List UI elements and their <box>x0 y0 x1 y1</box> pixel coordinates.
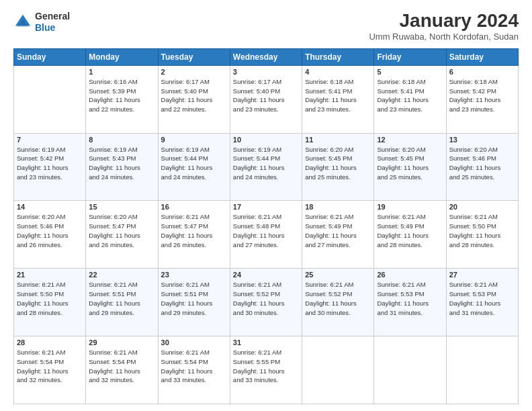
weekday-header: Wednesday <box>230 48 302 65</box>
day-info: Sunrise: 6:21 AMSunset: 5:50 PMDaylight:… <box>17 280 83 317</box>
calendar-cell: 9Sunrise: 6:19 AMSunset: 5:44 PMDaylight… <box>158 133 230 201</box>
day-info: Sunrise: 6:21 AMSunset: 5:53 PMDaylight:… <box>449 280 515 317</box>
page-title: January 2024 <box>369 11 519 32</box>
day-info: Sunrise: 6:18 AMSunset: 5:41 PMDaylight:… <box>377 77 443 114</box>
calendar-cell: 11Sunrise: 6:20 AMSunset: 5:45 PMDayligh… <box>302 133 374 201</box>
logo-general: General <box>35 11 70 21</box>
calendar-table: SundayMondayTuesdayWednesdayThursdayFrid… <box>13 48 519 404</box>
calendar-cell: 1Sunrise: 6:16 AMSunset: 5:39 PMDaylight… <box>86 65 158 133</box>
day-info: Sunrise: 6:20 AMSunset: 5:46 PMDaylight:… <box>17 212 83 249</box>
day-info: Sunrise: 6:21 AMSunset: 5:54 PMDaylight:… <box>161 348 227 385</box>
logo-blue: Blue <box>35 22 55 33</box>
weekday-header: Tuesday <box>158 48 230 65</box>
day-info: Sunrise: 6:21 AMSunset: 5:51 PMDaylight:… <box>161 280 227 317</box>
day-number: 7 <box>17 136 83 144</box>
day-number: 24 <box>233 271 299 279</box>
calendar-cell: 31Sunrise: 6:21 AMSunset: 5:55 PMDayligh… <box>230 336 302 404</box>
calendar-week-row: 21Sunrise: 6:21 AMSunset: 5:50 PMDayligh… <box>14 269 519 336</box>
logo-text: General Blue <box>35 11 70 34</box>
day-info: Sunrise: 6:21 AMSunset: 5:49 PMDaylight:… <box>305 212 371 249</box>
day-number: 30 <box>161 338 227 347</box>
calendar-cell: 14Sunrise: 6:20 AMSunset: 5:46 PMDayligh… <box>14 201 86 269</box>
weekday-header: Friday <box>374 48 446 65</box>
weekday-header: Saturday <box>446 48 518 65</box>
day-number: 9 <box>161 136 227 144</box>
day-info: Sunrise: 6:21 AMSunset: 5:50 PMDaylight:… <box>449 212 515 249</box>
calendar-cell: 3Sunrise: 6:17 AMSunset: 5:40 PMDaylight… <box>230 65 302 133</box>
calendar-cell <box>302 336 374 404</box>
day-number: 6 <box>449 68 515 76</box>
day-number: 10 <box>233 136 299 144</box>
day-number: 22 <box>89 271 154 279</box>
day-number: 2 <box>161 68 227 76</box>
day-number: 26 <box>377 271 443 279</box>
calendar-week-row: 14Sunrise: 6:20 AMSunset: 5:46 PMDayligh… <box>14 201 519 269</box>
day-number: 8 <box>89 136 154 144</box>
calendar-cell: 27Sunrise: 6:21 AMSunset: 5:53 PMDayligh… <box>446 269 518 336</box>
day-info: Sunrise: 6:18 AMSunset: 5:42 PMDaylight:… <box>449 77 515 114</box>
calendar-cell: 6Sunrise: 6:18 AMSunset: 5:42 PMDaylight… <box>446 65 518 133</box>
day-info: Sunrise: 6:20 AMSunset: 5:45 PMDaylight:… <box>377 145 443 182</box>
calendar-cell <box>14 65 86 133</box>
calendar-cell: 26Sunrise: 6:21 AMSunset: 5:53 PMDayligh… <box>374 269 446 336</box>
day-info: Sunrise: 6:21 AMSunset: 5:52 PMDaylight:… <box>305 280 371 317</box>
calendar-cell: 20Sunrise: 6:21 AMSunset: 5:50 PMDayligh… <box>446 201 518 269</box>
day-number: 3 <box>233 68 299 76</box>
day-info: Sunrise: 6:19 AMSunset: 5:44 PMDaylight:… <box>161 145 227 182</box>
day-info: Sunrise: 6:19 AMSunset: 5:44 PMDaylight:… <box>233 145 299 182</box>
weekday-header: Sunday <box>14 48 86 65</box>
calendar-cell: 23Sunrise: 6:21 AMSunset: 5:51 PMDayligh… <box>158 269 230 336</box>
calendar-cell: 24Sunrise: 6:21 AMSunset: 5:52 PMDayligh… <box>230 269 302 336</box>
calendar-cell: 30Sunrise: 6:21 AMSunset: 5:54 PMDayligh… <box>158 336 230 404</box>
day-number: 19 <box>377 203 443 211</box>
weekday-header: Thursday <box>302 48 374 65</box>
day-number: 12 <box>377 136 443 144</box>
calendar-cell: 28Sunrise: 6:21 AMSunset: 5:54 PMDayligh… <box>14 336 86 404</box>
day-info: Sunrise: 6:19 AMSunset: 5:43 PMDaylight:… <box>89 145 154 182</box>
calendar-cell: 22Sunrise: 6:21 AMSunset: 5:51 PMDayligh… <box>86 269 158 336</box>
day-number: 17 <box>233 203 299 211</box>
day-number: 11 <box>305 136 371 144</box>
day-info: Sunrise: 6:17 AMSunset: 5:40 PMDaylight:… <box>233 77 299 114</box>
page: General Blue January 2024 Umm Ruwaba, No… <box>0 0 532 411</box>
day-info: Sunrise: 6:20 AMSunset: 5:47 PMDaylight:… <box>89 212 154 249</box>
calendar-cell: 2Sunrise: 6:17 AMSunset: 5:40 PMDaylight… <box>158 65 230 133</box>
day-number: 14 <box>17 203 83 211</box>
calendar-cell <box>446 336 518 404</box>
day-info: Sunrise: 6:21 AMSunset: 5:47 PMDaylight:… <box>161 212 227 249</box>
calendar-cell: 5Sunrise: 6:18 AMSunset: 5:41 PMDaylight… <box>374 65 446 133</box>
calendar-cell: 13Sunrise: 6:20 AMSunset: 5:46 PMDayligh… <box>446 133 518 201</box>
day-info: Sunrise: 6:21 AMSunset: 5:49 PMDaylight:… <box>377 212 443 249</box>
day-number: 13 <box>449 136 515 144</box>
day-number: 16 <box>161 203 227 211</box>
calendar-week-row: 7Sunrise: 6:19 AMSunset: 5:42 PMDaylight… <box>14 133 519 201</box>
calendar-week-row: 28Sunrise: 6:21 AMSunset: 5:54 PMDayligh… <box>14 336 519 404</box>
calendar-cell: 15Sunrise: 6:20 AMSunset: 5:47 PMDayligh… <box>86 201 158 269</box>
day-info: Sunrise: 6:18 AMSunset: 5:41 PMDaylight:… <box>305 77 371 114</box>
day-number: 29 <box>89 338 154 347</box>
day-number: 4 <box>305 68 371 76</box>
day-info: Sunrise: 6:21 AMSunset: 5:52 PMDaylight:… <box>233 280 299 317</box>
calendar-cell: 21Sunrise: 6:21 AMSunset: 5:50 PMDayligh… <box>14 269 86 336</box>
day-number: 23 <box>161 271 227 279</box>
calendar-cell: 7Sunrise: 6:19 AMSunset: 5:42 PMDaylight… <box>14 133 86 201</box>
calendar-week-row: 1Sunrise: 6:16 AMSunset: 5:39 PMDaylight… <box>14 65 519 133</box>
weekday-header-row: SundayMondayTuesdayWednesdayThursdayFrid… <box>14 48 519 65</box>
day-number: 31 <box>233 338 299 347</box>
calendar-cell: 10Sunrise: 6:19 AMSunset: 5:44 PMDayligh… <box>230 133 302 201</box>
calendar-cell: 18Sunrise: 6:21 AMSunset: 5:49 PMDayligh… <box>302 201 374 269</box>
day-info: Sunrise: 6:17 AMSunset: 5:40 PMDaylight:… <box>161 77 227 114</box>
header: General Blue January 2024 Umm Ruwaba, No… <box>13 11 519 42</box>
logo: General Blue <box>13 11 70 34</box>
calendar-cell: 29Sunrise: 6:21 AMSunset: 5:54 PMDayligh… <box>86 336 158 404</box>
title-block: January 2024 Umm Ruwaba, North Kordofan,… <box>369 11 519 42</box>
day-number: 15 <box>89 203 154 211</box>
calendar-cell <box>374 336 446 404</box>
calendar-cell: 19Sunrise: 6:21 AMSunset: 5:49 PMDayligh… <box>374 201 446 269</box>
calendar-cell: 12Sunrise: 6:20 AMSunset: 5:45 PMDayligh… <box>374 133 446 201</box>
day-info: Sunrise: 6:21 AMSunset: 5:53 PMDaylight:… <box>377 280 443 317</box>
calendar-cell: 16Sunrise: 6:21 AMSunset: 5:47 PMDayligh… <box>158 201 230 269</box>
day-info: Sunrise: 6:21 AMSunset: 5:54 PMDaylight:… <box>89 348 154 385</box>
day-info: Sunrise: 6:21 AMSunset: 5:55 PMDaylight:… <box>233 348 299 385</box>
day-info: Sunrise: 6:21 AMSunset: 5:48 PMDaylight:… <box>233 212 299 249</box>
